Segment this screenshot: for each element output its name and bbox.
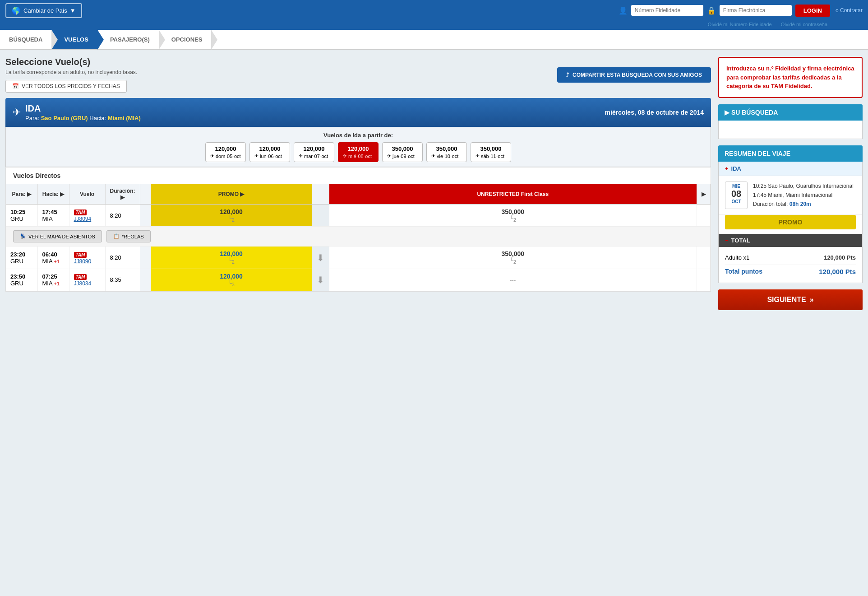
resumen-header: RESUMEN DEL VIAJE <box>718 145 863 162</box>
arr-airport: MIA <box>42 215 53 222</box>
flight-date: miércoles, 08 de octubre de 2014 <box>605 109 704 116</box>
plane-small-icon: ✈ <box>299 153 303 159</box>
flight-header-left: ✈ IDA Para: Sao Paulo (GRU) Hacia: Miami… <box>13 103 141 121</box>
table-row: 07:25 MIA +1 <box>37 269 69 291</box>
unrestricted-price: 350,000 <box>334 250 692 257</box>
duration-label: Duración total: <box>753 201 788 207</box>
compartir-button[interactable]: ⤴ COMPARTIR ESTA BÚSQUEDA CON SUS AMIGOS <box>557 67 711 83</box>
dropdown-icon: ▼ <box>70 7 76 14</box>
duration-value: 08h 20m <box>790 201 811 207</box>
col-header-vuelo: Vuelo <box>69 184 105 205</box>
breadcrumb-busqueda[interactable]: BÚSQUEDA <box>0 30 51 49</box>
overnight-badge: +1 <box>54 259 60 264</box>
date-btn-0[interactable]: 120,000 ✈ dom-05-oct <box>205 142 246 162</box>
unrestricted-price-cell-2[interactable]: --- <box>329 269 697 291</box>
tam-logo: TAM <box>74 252 87 258</box>
table-row: TAM JJ8090 <box>69 247 105 269</box>
su-busqueda-header: ▶ SU BÚSQUEDA <box>718 104 863 121</box>
unrestricted-spacer <box>697 247 711 269</box>
seat-map-button[interactable]: 💺 VER EL MAPA DE ASIENTOS <box>13 230 102 242</box>
flights-section-title: Vuelos Directos <box>6 168 711 184</box>
flight-summary-card: Mie 08 OCT 10:25 Sao Paulo, Guarulhos In… <box>719 176 862 215</box>
promo-arrow-icon[interactable]: ▶ <box>240 191 244 197</box>
day-name: Mie <box>729 184 743 189</box>
breadcrumb-opciones[interactable]: OPCIONES <box>159 30 212 49</box>
rules-button[interactable]: 📋 *REGLAS <box>106 230 151 242</box>
unrestricted-arrow-icon[interactable]: ▶ <box>702 191 706 197</box>
tam-logo: TAM <box>74 274 87 280</box>
contratar-link[interactable]: o Contratar <box>836 7 863 14</box>
dep-time: 23:50 <box>10 273 25 280</box>
ver-precios-button[interactable]: 📅 VER TODOS LOS PRECIOS Y FECHAS <box>5 80 127 93</box>
minus-icon: − <box>725 237 729 244</box>
siguiente-button[interactable]: SIGUIENTE » <box>718 289 863 310</box>
date-selector-title: Vuelos de Ida a partir de: <box>13 132 703 139</box>
login-button[interactable]: LOGIN <box>795 5 830 17</box>
flight-details: 10:25 Sao Paulo, Guarulhos Internacional… <box>753 182 854 209</box>
date-selector-section: Vuelos de Ida a partir de: 120,000 ✈ dom… <box>5 127 711 167</box>
rules-icon: 📋 <box>113 233 120 239</box>
resumen-ida-label: IDA <box>731 165 741 172</box>
col-header-spacer <box>140 184 151 205</box>
table-row: TAM JJ8094 <box>69 205 105 227</box>
hacia-arrow-icon[interactable]: ▶ <box>60 191 64 197</box>
table-row: 06:40 MIA +1 <box>37 247 69 269</box>
forgot-password-link[interactable]: Olvidé mi contraseña <box>781 22 827 27</box>
fidelidade-input[interactable] <box>631 5 703 16</box>
date-btn-6[interactable]: 350,000 ✈ sáb-11-oct <box>471 142 511 162</box>
top-actions-row: Seleccione Vuelo(s) La tarifa correspond… <box>5 57 711 93</box>
arr-time: 06:40 <box>42 251 57 258</box>
date-btn-3[interactable]: 120,000 ✈ mié-08-oct <box>338 142 379 162</box>
unrestricted-spacer <box>697 205 711 227</box>
col-header-duracion: Duración: ▶ <box>105 184 140 205</box>
page-title: Seleccione Vuelo(s) <box>5 57 137 67</box>
promo-info-text: Introduzca su n.º Fidelidad y firma elec… <box>726 65 854 89</box>
promo-arrow-col: ⬇ <box>312 247 329 269</box>
plane-small-icon: ✈ <box>343 153 347 159</box>
unrestricted-sub: └2 <box>334 215 692 223</box>
route-from-label: Para: <box>25 115 41 121</box>
promo-price-cell-0[interactable]: 120,000 └2 <box>151 205 312 227</box>
unrestricted-price-cell-0[interactable]: 350,000 └2 <box>329 205 697 227</box>
promo-price-cell-2[interactable]: 120,000 └3 <box>151 269 312 291</box>
plane-small-icon: ✈ <box>254 153 259 159</box>
content-area: Seleccione Vuelo(s) La tarifa correspond… <box>5 57 711 310</box>
route-from: Sao Paulo (GRU) <box>41 115 88 121</box>
date-btn-1[interactable]: 120,000 ✈ lun-06-oct <box>249 142 290 162</box>
rules-label: *REGLAS <box>122 234 144 239</box>
month-label: OCT <box>729 199 743 204</box>
col-header-unrestricted: UNRESTRICTED First Class <box>329 184 697 205</box>
date-btn-2[interactable]: 120,000 ✈ mar-07-oct <box>294 142 334 162</box>
calendar-icon: 📅 <box>12 83 19 89</box>
promo-sub: └2 <box>156 215 307 223</box>
flight-arr: 17:45 Miami, Miami Internacional <box>753 191 854 200</box>
date-btn-5[interactable]: 350,000 ✈ vie-10-oct <box>426 142 467 162</box>
col-header-promo: PROMO ▶ <box>151 184 312 205</box>
date-btn-4[interactable]: 350,000 ✈ jue-09-oct <box>382 142 423 162</box>
table-row: 23:50 GRU <box>6 269 37 291</box>
flag-icon: 🌎 <box>12 6 21 15</box>
total-pts-label: Total puntos <box>725 268 762 275</box>
promo-price-cell-1[interactable]: 120,000 └2 <box>151 247 312 269</box>
total-label: TOTAL <box>731 237 750 244</box>
sidebar: Introduzca su n.º Fidelidad y firma elec… <box>718 57 863 310</box>
unrestricted-price-cell-1[interactable]: 350,000 └2 <box>329 247 697 269</box>
breadcrumb-pasajeros[interactable]: PASAJERO(S) <box>97 30 159 49</box>
flight-link-0[interactable]: JJ8094 <box>74 216 92 222</box>
forgot-fidelidade-link[interactable]: Olvidé mi Número Fidelidade <box>708 22 772 27</box>
para-arrow-icon[interactable]: ▶ <box>27 191 31 197</box>
table-row: 17:45 MIA <box>37 205 69 227</box>
plane-small-icon: ✈ <box>476 153 480 159</box>
breadcrumb-vuelos-label: VUELOS <box>64 36 88 43</box>
firma-input[interactable] <box>720 5 792 16</box>
flight-header: ✈ IDA Para: Sao Paulo (GRU) Hacia: Miami… <box>5 98 711 127</box>
down-arrow-icon: ⬇ <box>317 275 324 285</box>
dur-arrow-icon[interactable]: ▶ <box>120 194 125 200</box>
unrestricted-spacer <box>697 269 711 291</box>
country-selector-button[interactable]: 🌎 Cambiar de País ▼ <box>5 3 82 18</box>
dep-airport: GRU <box>10 258 23 265</box>
flight-link-1[interactable]: JJ8090 <box>74 258 92 265</box>
flight-link-2[interactable]: JJ8034 <box>74 280 92 287</box>
col-header-para: Para: ▶ <box>6 184 37 205</box>
breadcrumb-vuelos[interactable]: VUELOS <box>51 30 97 49</box>
